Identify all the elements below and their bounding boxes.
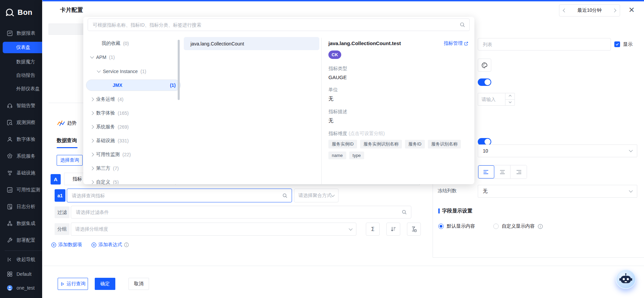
assistant-robot-button[interactable] (616, 269, 636, 289)
run-query-button[interactable]: 运行查询 (58, 278, 88, 290)
chevron-left-icon[interactable] (563, 8, 566, 12)
tab-trend[interactable]: 趋势 (57, 120, 77, 126)
cancel-button[interactable]: 取消 (128, 278, 149, 290)
filter-input[interactable] (71, 206, 411, 219)
color-palette-button[interactable] (478, 59, 491, 72)
toggle-switch-1[interactable] (478, 78, 491, 86)
metric-manage-link[interactable]: 指标管理 (444, 40, 468, 46)
freeze-columns-select[interactable]: 无 (478, 185, 637, 198)
sidebar-item-availability[interactable]: 可用性监测 (0, 184, 42, 196)
chevron-down-icon[interactable] (97, 69, 100, 72)
sidebar-collapse-nav[interactable]: 收起导航 (0, 254, 42, 265)
number-stepper[interactable] (478, 93, 515, 106)
metric-select-input[interactable] (67, 189, 292, 202)
add-expression-link[interactable]: 添加表达式 (91, 242, 129, 248)
data-item-badge[interactable]: A (51, 174, 61, 185)
sidebar-workspace-default[interactable]: Default (0, 268, 42, 280)
metric-dims-text: 指标维度 (328, 131, 347, 136)
sidebar-item-external-dashboard[interactable]: 外部仪表盘 (0, 83, 42, 95)
metric-search-input[interactable] (92, 22, 460, 28)
chevron-right-icon[interactable] (90, 125, 94, 129)
align-left-button[interactable] (478, 165, 494, 178)
sidebar-item-dashboard[interactable]: 仪表盘 (3, 42, 42, 53)
sidebar-item-data-cube[interactable]: 数据魔方 (0, 56, 42, 68)
page-size-value: 10 (483, 148, 488, 154)
dimension-tag[interactable]: name (328, 152, 346, 159)
tree-item-custom[interactable]: 自定义 (5) (86, 176, 181, 184)
sidebar-item-label: 可用性监测 (17, 187, 40, 193)
radio-unselected-icon[interactable] (493, 224, 499, 229)
align-right-button[interactable] (510, 165, 527, 178)
page-size-select[interactable]: 10 (478, 144, 637, 157)
sidebar-item-observe-insight[interactable]: 观测洞察 (0, 117, 42, 128)
add-data-item-link[interactable]: 添加数据项 (51, 242, 82, 248)
metric-search-box[interactable] (88, 19, 470, 31)
tree-item-favorites[interactable]: 我的收藏 (0) (86, 38, 181, 49)
sidebar-item-digital-experience[interactable]: 数字体验 (0, 134, 42, 145)
insight-search-icon (7, 120, 13, 126)
dimension-tag[interactable]: 服务ID (405, 140, 425, 148)
sidebar-item-deploy-config[interactable]: 部署配置 (0, 235, 42, 246)
tree-item-jmx[interactable]: JMX (1) (86, 79, 181, 91)
show-checkbox[interactable] (614, 41, 620, 47)
sidebar-item-data-integration[interactable]: 数据集成 (0, 218, 42, 229)
select-query-button[interactable]: 选择查询 (57, 155, 83, 166)
chevron-right-icon[interactable] (90, 97, 94, 101)
sidebar-item-data-report[interactable]: 数据报表 (0, 28, 42, 39)
column-title-field[interactable] (482, 41, 607, 47)
tab-data-query[interactable]: 数据查询 (57, 137, 77, 144)
metric-select-field[interactable] (71, 193, 282, 199)
dimension-tag[interactable]: 服务识别名称 (428, 140, 461, 148)
time-range-picker[interactable]: 最近10分钟 (559, 4, 620, 16)
chevron-down-icon (331, 193, 334, 197)
chevron-down-icon[interactable] (90, 55, 94, 58)
chevron-right-icon[interactable] (90, 153, 94, 156)
chevron-right-icon[interactable] (90, 139, 94, 142)
sidebar-item-log-analysis[interactable]: 日志分析 (0, 201, 42, 212)
tree-item-apm[interactable]: APM (1) (86, 52, 181, 63)
confirm-button[interactable]: 确定 (95, 278, 115, 290)
chevron-right-icon[interactable] (90, 111, 94, 115)
tree-scrollbar[interactable] (178, 40, 180, 100)
time-range-value[interactable]: 最近10分钟 (578, 7, 602, 13)
sidebar-user-account[interactable]: one_test (0, 282, 42, 294)
sidebar-item-auto-report[interactable]: 自动报告 (0, 70, 42, 81)
aggregate-sigma-button[interactable]: Σ (366, 223, 380, 236)
aggregation-select[interactable]: 请选择聚合方式 (294, 189, 339, 202)
tree-item-system-service[interactable]: 系统服务 (269) (86, 121, 181, 133)
sidebar-item-smart-alert[interactable]: 智能告警 (0, 100, 42, 111)
sort-button[interactable] (386, 223, 400, 236)
grid-icon (7, 271, 13, 277)
query-alias-badge[interactable]: a1 (55, 189, 65, 202)
radio-selected-icon[interactable] (438, 224, 444, 229)
sidebar-item-infrastructure[interactable]: 基础设施 (0, 167, 42, 179)
tree-item-third-party[interactable]: 第三方 (7) (86, 163, 181, 174)
tree-item-infrastructure[interactable]: 基础设施 (331) (86, 135, 181, 146)
display-custom-radio-row[interactable]: 自定义显示内容 (493, 223, 543, 229)
dimension-tag[interactable]: type (349, 152, 364, 159)
run-query-label: 运行查询 (67, 281, 86, 287)
chevron-right-icon[interactable] (90, 166, 94, 170)
time-aggregate-button[interactable] (407, 223, 421, 236)
metric-list-item-selected[interactable]: java.lang.CollectionCount (184, 37, 319, 50)
display-default-radio-row[interactable]: 默认显示内容 (438, 223, 475, 229)
chevron-right-icon[interactable] (90, 180, 94, 184)
dimension-tag[interactable]: 服务实例识别名称 (360, 140, 402, 148)
tree-item-availability[interactable]: 可用性监测 (22) (86, 149, 181, 160)
dimension-tag[interactable]: 服务实例ID (328, 140, 357, 148)
stepper-up-button[interactable] (505, 93, 515, 100)
sidebar-item-system-service[interactable]: 系统服务 (0, 151, 42, 162)
number-field[interactable] (478, 93, 505, 105)
filter-field[interactable] (75, 209, 402, 215)
page-title: 卡片配置 (60, 6, 83, 14)
tree-label: 自定义 (96, 179, 110, 184)
chevron-right-icon[interactable] (612, 8, 616, 12)
close-icon[interactable]: ✕ (628, 7, 635, 13)
column-title-input[interactable] (478, 38, 611, 51)
align-center-button[interactable] (494, 165, 510, 178)
tree-item-business-ops[interactable]: 业务运维 (4) (86, 94, 181, 105)
tree-item-digital-experience[interactable]: 数字体验 (165) (86, 107, 181, 119)
group-select[interactable]: 请选择分组维度 (71, 223, 356, 236)
stepper-down-button[interactable] (505, 100, 515, 106)
tree-item-service-instance[interactable]: Service Instance (1) (86, 66, 181, 77)
